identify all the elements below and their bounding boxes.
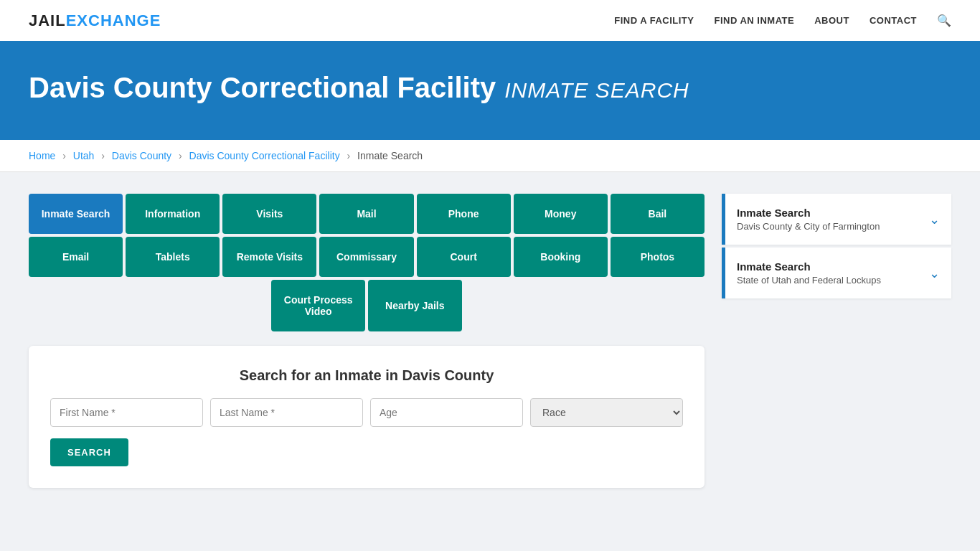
breadcrumb-davis-county[interactable]: Davis County: [112, 150, 171, 161]
nav-find-inmate[interactable]: FIND AN INMATE: [714, 15, 794, 26]
tab-nearby-jails[interactable]: Nearby Jails: [368, 280, 462, 331]
page-title: Davis County Correctional Facility INMAT…: [29, 72, 951, 104]
tab-court-process-video[interactable]: Court Process Video: [271, 280, 365, 331]
race-select[interactable]: Race White Black Hispanic Asian Other: [530, 398, 683, 427]
first-name-input[interactable]: [50, 398, 203, 427]
tab-row-1: Inmate Search Information Visits Mail Ph…: [29, 194, 705, 234]
tab-bail[interactable]: Bail: [611, 194, 705, 234]
tab-row-2: Email Tablets Remote Visits Commissary C…: [29, 237, 705, 277]
tab-photos[interactable]: Photos: [611, 237, 705, 277]
tab-email[interactable]: Email: [29, 237, 123, 277]
tab-mail[interactable]: Mail: [319, 194, 413, 234]
chevron-down-icon: ⌄: [929, 212, 940, 227]
main-content: Inmate Search Information Visits Mail Ph…: [0, 172, 980, 509]
card-1-title: Inmate Search: [737, 207, 880, 219]
facility-name: Davis County Correctional Facility: [29, 72, 496, 104]
chevron-down-icon-2: ⌄: [929, 265, 940, 281]
breadcrumb: Home › Utah › Davis County › Davis Count…: [0, 140, 980, 172]
logo-exchange: EXCHANGE: [66, 11, 161, 29]
search-button[interactable]: SEARCH: [50, 438, 128, 466]
tab-money[interactable]: Money: [514, 194, 608, 234]
breadcrumb-current: Inmate Search: [357, 150, 423, 161]
search-fields: Race White Black Hispanic Asian Other: [50, 398, 683, 427]
tab-tablets[interactable]: Tablets: [126, 237, 220, 277]
tab-court[interactable]: Court: [417, 237, 511, 277]
tab-inmate-search[interactable]: Inmate Search: [29, 194, 123, 234]
age-input[interactable]: [370, 398, 523, 427]
last-name-input[interactable]: [210, 398, 363, 427]
tab-phone[interactable]: Phone: [417, 194, 511, 234]
right-card-2[interactable]: Inmate Search State of Utah and Federal …: [722, 248, 951, 298]
tab-visits[interactable]: Visits: [222, 194, 316, 234]
card-2-title: Inmate Search: [737, 260, 881, 273]
left-panel: Inmate Search Information Visits Mail Ph…: [29, 194, 705, 488]
search-title: Search for an Inmate in Davis County: [50, 367, 683, 384]
tab-commissary[interactable]: Commissary: [319, 237, 413, 277]
tab-remote-visits[interactable]: Remote Visits: [222, 237, 316, 277]
breadcrumb-utah[interactable]: Utah: [73, 150, 95, 161]
logo-jail: JAIL: [29, 11, 66, 29]
breadcrumb-home[interactable]: Home: [29, 150, 55, 161]
search-icon-button[interactable]: 🔍: [937, 14, 951, 27]
logo[interactable]: JAILEXCHANGE: [29, 11, 161, 30]
nav-contact[interactable]: CONTACT: [870, 15, 917, 26]
tab-row-3: Court Process Video Nearby Jails: [29, 280, 705, 331]
card-1-subtitle: Davis County & City of Farmington: [737, 221, 880, 232]
nav-about[interactable]: ABOUT: [814, 15, 849, 26]
right-panel: Inmate Search Davis County & City of Far…: [722, 194, 951, 301]
nav-find-facility[interactable]: FIND A FACILITY: [614, 15, 694, 26]
hero-banner: Davis County Correctional Facility INMAT…: [0, 43, 980, 140]
breadcrumb-facility[interactable]: Davis County Correctional Facility: [189, 150, 340, 161]
card-2-subtitle: State of Utah and Federal Lockups: [737, 275, 881, 286]
main-nav: FIND A FACILITY FIND AN INMATE ABOUT CON…: [614, 14, 951, 27]
right-card-1[interactable]: Inmate Search Davis County & City of Far…: [722, 194, 951, 245]
page-subtitle: INMATE SEARCH: [504, 78, 689, 103]
search-box: Search for an Inmate in Davis County Rac…: [29, 346, 705, 488]
header: JAILEXCHANGE FIND A FACILITY FIND AN INM…: [0, 0, 980, 43]
tab-information[interactable]: Information: [126, 194, 220, 234]
tab-booking[interactable]: Booking: [514, 237, 608, 277]
